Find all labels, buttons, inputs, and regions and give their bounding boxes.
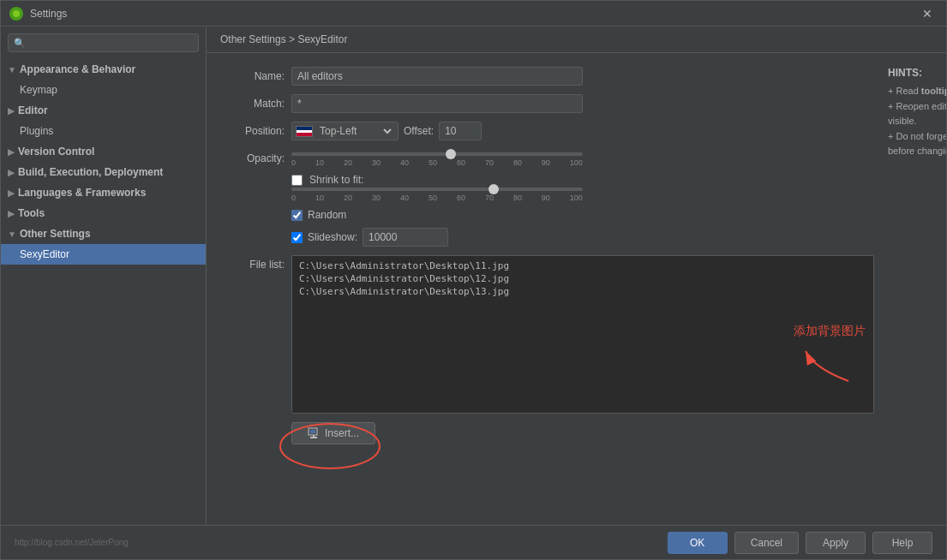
hints-panel: HINTS: 👩 + Read tooltips for more help. … bbox=[888, 67, 946, 511]
sidebar-item-label: Plugins bbox=[20, 125, 53, 137]
hint-line-1: + Read tooltips for more help. bbox=[888, 86, 946, 96]
sidebar-item-tools[interactable]: ▶ Tools bbox=[1, 203, 206, 223]
position-select-wrapper: Top-Left Top-Right Bottom-Left Bottom-Ri… bbox=[291, 122, 482, 140]
close-button[interactable]: ✕ bbox=[917, 5, 938, 22]
sidebar-item-label: Languages & Frameworks bbox=[18, 187, 146, 199]
sidebar-item-label: Version Control bbox=[18, 146, 94, 158]
slideshow-row: Slideshow: bbox=[220, 228, 874, 247]
hints-text: + Read tooltips for more help. + Reopen … bbox=[888, 84, 946, 159]
search-box[interactable]: 🔍 bbox=[8, 33, 199, 52]
bottom-bar: http://blog.csdn.net/JeterPong OK Cancel… bbox=[1, 525, 946, 559]
title-bar: Settings ✕ bbox=[1, 1, 946, 27]
opacity-slider[interactable] bbox=[291, 152, 583, 156]
position-row: Position: Top-Left Top-Right Bottom-Left… bbox=[220, 122, 874, 140]
hints-title: HINTS: bbox=[888, 67, 946, 79]
apply-button[interactable]: Apply bbox=[806, 532, 866, 554]
app-icon bbox=[9, 7, 23, 21]
sidebar-item-version-control[interactable]: ▶ Version Control bbox=[1, 141, 206, 162]
breadcrumb-current: SexyEditor bbox=[297, 33, 347, 45]
sidebar-item-appearance[interactable]: ▼ Appearance & Behavior bbox=[1, 59, 206, 80]
insert-label: Insert... bbox=[325, 427, 359, 439]
position-dropdown[interactable]: Top-Left Top-Right Bottom-Left Bottom-Ri… bbox=[291, 122, 399, 140]
insert-button[interactable]: Insert... bbox=[291, 422, 375, 444]
sidebar-item-editor[interactable]: ▶ Editor bbox=[1, 100, 206, 121]
insert-icon bbox=[308, 427, 320, 439]
search-input[interactable] bbox=[29, 37, 193, 49]
sidebar-item-plugins[interactable]: Plugins bbox=[1, 121, 206, 141]
opacity-row: Opacity: 0 10 20 30 40 50 60 bbox=[220, 149, 874, 167]
settings-window: Settings ✕ 🔍 ▼ Appearance & Behavior Key… bbox=[0, 0, 947, 560]
position-label: Position: bbox=[220, 125, 285, 137]
random-checkbox[interactable] bbox=[291, 210, 303, 221]
slideshow-input[interactable] bbox=[363, 228, 448, 247]
hint-line-3: + Do not forget to apply changes before … bbox=[888, 131, 946, 157]
svg-point-0 bbox=[13, 10, 20, 17]
list-item: C:\Users\Administrator\Desktop\12.jpg bbox=[296, 272, 870, 285]
breadcrumb-separator: > bbox=[289, 33, 297, 45]
sidebar-item-languages[interactable]: ▶ Languages & Frameworks bbox=[1, 182, 206, 203]
sidebar-item-label: Tools bbox=[18, 207, 45, 219]
arrow-icon: ▶ bbox=[8, 168, 15, 177]
watermark: http://blog.csdn.net/JeterPong bbox=[15, 538, 661, 547]
opacity-slider-wrapper: 0 10 20 30 40 50 60 70 80 90 100 bbox=[291, 149, 583, 167]
sidebar-item-label: SexyEditor bbox=[20, 248, 69, 260]
insert-btn-row: Insert... bbox=[220, 422, 874, 444]
hint-line-2: + Reopen editors if changes are not visi… bbox=[888, 101, 946, 127]
opacity-label: Opacity: bbox=[220, 152, 285, 164]
name-row: Name: bbox=[220, 67, 874, 86]
ok-button[interactable]: OK bbox=[668, 532, 728, 554]
sidebar-item-sexy-editor[interactable]: SexyEditor bbox=[1, 244, 206, 265]
sidebar-item-other-settings[interactable]: ▼ Other Settings bbox=[1, 223, 206, 244]
shrink-slider[interactable] bbox=[291, 188, 583, 191]
arrow-icon: ▼ bbox=[8, 229, 16, 239]
match-row: Match: bbox=[220, 94, 874, 113]
file-list-container: C:\Users\Administrator\Desktop\11.jpg C:… bbox=[291, 255, 874, 414]
breadcrumb: Other Settings > SexyEditor bbox=[207, 27, 946, 53]
file-list-box[interactable]: C:\Users\Administrator\Desktop\11.jpg C:… bbox=[291, 255, 874, 414]
random-label: Random bbox=[308, 209, 346, 221]
cancel-button[interactable]: Cancel bbox=[734, 532, 799, 554]
file-list-row: File list: C:\Users\Administrator\Deskto… bbox=[220, 255, 874, 414]
offset-label: Offset: bbox=[404, 125, 434, 137]
sidebar-item-label: Keymap bbox=[20, 84, 57, 96]
settings-main: Name: Match: Position: bbox=[220, 67, 874, 511]
help-button[interactable]: Help bbox=[872, 532, 932, 554]
shrink-slider-wrapper: 0 10 20 30 40 50 60 70 80 90 100 bbox=[291, 184, 583, 202]
svg-rect-6 bbox=[310, 437, 317, 438]
slideshow-checkbox[interactable] bbox=[291, 232, 303, 243]
arrow-icon: ▶ bbox=[8, 188, 15, 198]
search-icon: 🔍 bbox=[14, 38, 26, 49]
sidebar-item-label: Appearance & Behavior bbox=[20, 63, 135, 75]
random-row: Random bbox=[220, 209, 874, 221]
name-input[interactable] bbox=[291, 67, 583, 86]
sidebar: 🔍 ▼ Appearance & Behavior Keymap ▶ Edito… bbox=[1, 27, 207, 525]
breadcrumb-path: Other Settings bbox=[220, 33, 286, 45]
list-item: C:\Users\Administrator\Desktop\11.jpg bbox=[296, 259, 870, 272]
main-layout: 🔍 ▼ Appearance & Behavior Keymap ▶ Edito… bbox=[1, 27, 946, 525]
svg-rect-4 bbox=[310, 430, 315, 433]
sidebar-item-build[interactable]: ▶ Build, Execution, Deployment bbox=[1, 162, 206, 182]
offset-input[interactable] bbox=[439, 122, 482, 140]
match-label: Match: bbox=[220, 98, 285, 110]
list-item: C:\Users\Administrator\Desktop\13.jpg bbox=[296, 285, 870, 298]
name-label: Name: bbox=[220, 70, 285, 82]
sidebar-item-label: Build, Execution, Deployment bbox=[18, 166, 163, 178]
opacity-ticks: 0 10 20 30 40 50 60 70 80 90 100 bbox=[291, 158, 583, 167]
arrow-icon: ▶ bbox=[8, 209, 15, 218]
sidebar-item-keymap[interactable]: Keymap bbox=[1, 80, 206, 100]
insert-btn-container: Insert... bbox=[291, 422, 375, 444]
slideshow-label: Slideshow: bbox=[308, 231, 357, 243]
position-select[interactable]: Top-Left Top-Right Bottom-Left Bottom-Ri… bbox=[316, 124, 394, 138]
shrink-ticks: 0 10 20 30 40 50 60 70 80 90 100 bbox=[291, 194, 583, 202]
flag-icon bbox=[296, 126, 313, 137]
window-title: Settings bbox=[30, 8, 917, 20]
file-list-label: File list: bbox=[220, 255, 285, 271]
shrink-slider-row: 0 10 20 30 40 50 60 70 80 90 100 bbox=[220, 184, 874, 202]
content-area: Other Settings > SexyEditor Name: Match: bbox=[207, 27, 946, 525]
sidebar-item-label: Other Settings bbox=[20, 228, 91, 240]
match-input[interactable] bbox=[291, 94, 583, 113]
sidebar-item-label: Editor bbox=[18, 104, 48, 116]
settings-body: Name: Match: Position: bbox=[207, 53, 946, 525]
arrow-icon: ▶ bbox=[8, 147, 15, 157]
arrow-icon: ▶ bbox=[8, 106, 15, 116]
